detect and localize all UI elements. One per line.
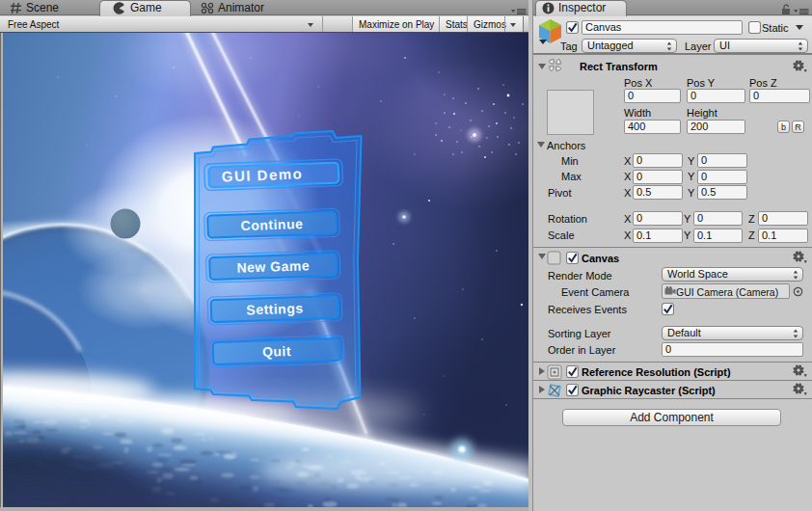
svg-text:New Game: New Game [236,257,310,275]
svg-text:Quit: Quit [262,343,291,360]
svg-text:GUI Demo: GUI Demo [222,165,304,184]
svg-text:Continue: Continue [240,216,303,233]
svg-text:Settings: Settings [246,301,304,318]
